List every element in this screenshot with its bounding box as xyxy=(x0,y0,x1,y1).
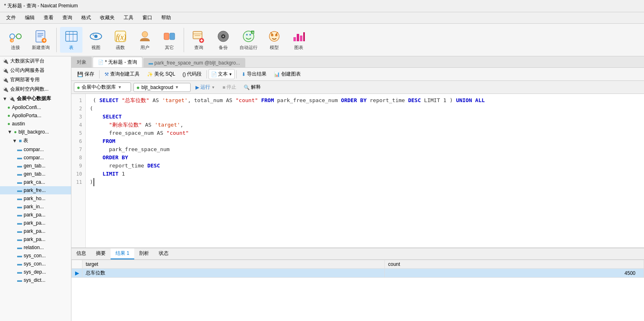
toolbar-view[interactable]: 视图 xyxy=(84,27,107,53)
tab-object[interactable]: 对象 xyxy=(71,57,92,67)
text-dropdown-arrow: ▼ xyxy=(229,72,232,76)
btab-info[interactable]: 信息 xyxy=(71,248,91,259)
sidebar-item-bigdata[interactable]: 🔌 大数据实训平台 xyxy=(0,56,71,66)
sidebar-item-official[interactable]: 🔌 官网部署专用 xyxy=(0,75,71,85)
connect-label: 连接 xyxy=(11,45,20,51)
build-query-button[interactable]: ⚒ 查询创建工具 xyxy=(101,69,143,79)
sidebar-item-gentab2[interactable]: ▬ gen_tab... xyxy=(0,170,71,178)
menu-format[interactable]: 格式 xyxy=(77,13,95,22)
sidebar-item-compar1[interactable]: ▬ compar... xyxy=(0,145,71,154)
sidebar-label21: park_pa... xyxy=(24,228,45,234)
sidebar-item-expo-center[interactable]: ▼ 🔌 会展中心数据库 xyxy=(0,94,71,103)
toolbar-autorun[interactable]: A 自动运行 xyxy=(236,27,261,53)
tab-table[interactable]: ▬ park_free_space_num @bljt_backgro... xyxy=(143,58,245,67)
sidebar-item-table-folder[interactable]: ▼ ■ 表 xyxy=(0,136,71,145)
sidebar-item-gentab1[interactable]: ▬ gen_tab... xyxy=(0,162,71,170)
result-row-1[interactable]: ▶ 总车位数 4500 xyxy=(72,269,644,278)
result-area: target count ▶ 总车位数 4500 xyxy=(71,260,644,321)
menu-help[interactable]: 帮助 xyxy=(157,13,175,22)
explain-button[interactable]: 🔍 解释 xyxy=(241,82,263,92)
sidebar-item-parkpa4[interactable]: ▬ park_pa... xyxy=(0,235,71,243)
sidebar-item-relation[interactable]: ▬ relation... xyxy=(0,243,71,252)
run-dropdown-arrow: ▼ xyxy=(211,85,215,89)
result-col-target[interactable]: target xyxy=(82,260,385,269)
connection-icon5: 🔌 xyxy=(9,96,15,102)
menu-edit[interactable]: 编辑 xyxy=(21,13,39,22)
save-button[interactable]: 💾 保存 xyxy=(74,69,98,79)
code-snippet-button[interactable]: () 代码段 xyxy=(179,69,205,79)
sidebar-item-parkpa1[interactable]: ▬ park_pa... xyxy=(0,211,71,219)
menu-tools[interactable]: 工具 xyxy=(120,13,138,22)
svg-rect-11 xyxy=(66,31,77,41)
qtool-sep3 xyxy=(236,70,237,78)
result-col-count[interactable]: count xyxy=(384,260,644,269)
menu-view[interactable]: 查看 xyxy=(40,13,58,22)
toolbar-backup[interactable]: 备份 xyxy=(212,27,234,53)
run-button[interactable]: ▶ 运行 ▼ xyxy=(193,82,218,92)
sidebar-label23: sys_con... xyxy=(24,253,46,259)
sidebar-label8: austin xyxy=(12,121,25,127)
sidebar-item-parkpa3[interactable]: ▬ park_pa... xyxy=(0,227,71,235)
text-dropdown[interactable]: 📄 文本 ▼ xyxy=(209,69,235,79)
sidebar-label20: park_pa... xyxy=(24,220,45,226)
sidebar-item-expo-intranet[interactable]: 🔌 会展时空内网数... xyxy=(0,85,71,94)
menu-window[interactable]: 窗口 xyxy=(138,13,156,22)
sidebar-item-intranet[interactable]: 🔌 公司内网服务器 xyxy=(0,66,71,75)
sidebar-label15: park_ca... xyxy=(24,179,45,185)
sidebar-item-parkho[interactable]: ▬ park_ho... xyxy=(0,194,71,203)
sidebar-item-apollo-portal[interactable]: ● ApolloPorta... xyxy=(0,111,71,120)
toolbar-function[interactable]: f(x) 函数 xyxy=(109,27,131,53)
create-chart-button[interactable]: 📊 创建图表 xyxy=(271,69,304,79)
btab-profile[interactable]: 剖析 xyxy=(134,248,154,259)
result-cell-target[interactable]: 总车位数 xyxy=(82,269,385,278)
table-icon5: ▬ xyxy=(17,179,22,185)
sidebar-item-parkfre[interactable]: ▬ park_fre... xyxy=(0,186,71,194)
sidebar-item-parkpa2[interactable]: ▬ park_pa... xyxy=(0,219,71,227)
menu-bookmarks[interactable]: 收藏夹 xyxy=(96,13,119,22)
tab-query[interactable]: 📄 * 无标题 - 查询 xyxy=(93,57,142,67)
sidebar-item-syscon1[interactable]: ▬ sys_con... xyxy=(0,252,71,260)
btab-summary[interactable]: 摘要 xyxy=(91,248,111,259)
sidebar-item-parkin[interactable]: ▬ park_in... xyxy=(0,203,71,211)
sidebar-item-austin[interactable]: ● austin xyxy=(0,120,71,128)
beautify-sql-button[interactable]: ✨ 美化 SQL xyxy=(144,69,178,79)
toolbar-table[interactable]: 表 xyxy=(60,27,82,53)
sidebar-item-syscon2[interactable]: ▬ sys_con... xyxy=(0,260,71,268)
schema-selector[interactable]: ● bljt_backgroud ▼ xyxy=(133,83,191,92)
sidebar-item-sysdep[interactable]: ▬ sys_dep... xyxy=(0,268,71,276)
sidebar-label-relation: relation... xyxy=(24,245,44,250)
toolbar-model[interactable]: 模型 xyxy=(263,27,285,53)
svg-text:+: + xyxy=(43,38,46,43)
toolbar-chart[interactable]: 图表 xyxy=(287,27,310,53)
menu-query[interactable]: 查询 xyxy=(58,13,76,22)
sidebar-item-parkca[interactable]: ▬ park_ca... xyxy=(0,178,71,186)
sidebar-item-sysdict[interactable]: ▬ sys_dict... xyxy=(0,276,71,284)
toolbar-connect[interactable]: + 连接 xyxy=(4,27,27,53)
sidebar-item-compar2[interactable]: ▬ compar... xyxy=(0,154,71,162)
menu-file[interactable]: 文件 xyxy=(2,13,20,22)
expand-arrow2: ▼ xyxy=(7,129,12,135)
sidebar-item-apollo-config[interactable]: ● ApolloConfi... xyxy=(0,103,71,111)
code-content[interactable]: ( SELECT "总车位数" AS 'target', total_num A… xyxy=(86,94,644,247)
schema-name-label: bljt_backgroud xyxy=(141,85,173,90)
btab-result1[interactable]: 结果 1 xyxy=(111,248,134,259)
toolbar-query[interactable]: 查询 xyxy=(187,27,210,53)
sidebar-item-bljt[interactable]: ▼ ● bljt_backgro... xyxy=(0,128,71,136)
export-result-button[interactable]: ⬇ 导出结果 xyxy=(238,69,270,79)
db-selector[interactable]: ● 会展中心数据库 ▼ xyxy=(74,82,131,92)
sidebar-label3: 官网部署专用 xyxy=(10,76,40,83)
code-snippet-label: 代码段 xyxy=(187,71,202,78)
toolbar-new-query[interactable]: + 新建查询 xyxy=(29,27,53,53)
main-toolbar: + 连接 + 新建查询 表 xyxy=(0,24,644,56)
menu-bar: 文件 编辑 查看 查询 格式 收藏夹 工具 窗口 帮助 xyxy=(0,12,644,24)
sql-editor[interactable]: 1 2 3 4 5 6 7 8 9 10 11 ( SELECT "总车位数" … xyxy=(71,94,644,247)
result-cell-count[interactable]: 4500 xyxy=(384,269,644,278)
btab-status[interactable]: 状态 xyxy=(154,248,173,259)
toolbar-user[interactable]: 用户 xyxy=(133,27,156,53)
toolbar-other[interactable]: 其它 xyxy=(158,27,180,53)
build-query-icon: ⚒ xyxy=(104,71,109,77)
table-icon2: ▬ xyxy=(17,155,22,160)
function-label: 函数 xyxy=(116,45,125,51)
code-line-1: ( SELECT "总车位数" AS 'target', total_num A… xyxy=(90,96,640,105)
stop-button[interactable]: ■ 停止 xyxy=(220,82,239,92)
